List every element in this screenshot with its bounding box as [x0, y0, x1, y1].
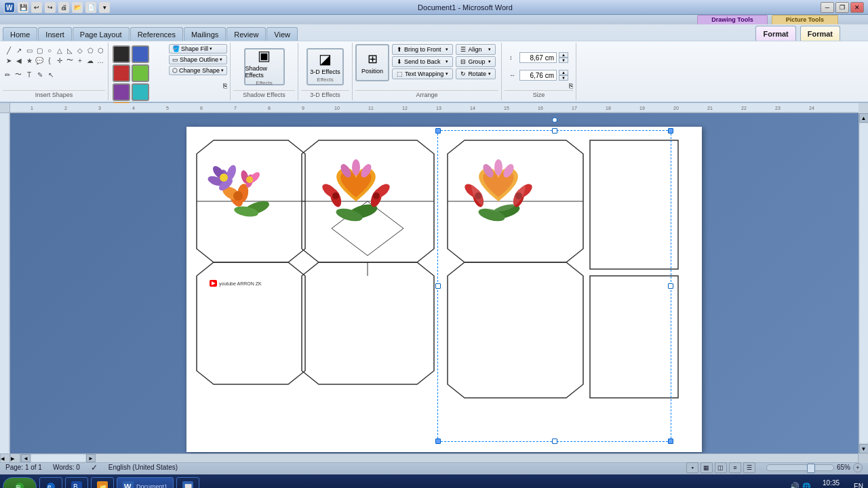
shape-brace[interactable]: { — [45, 56, 54, 65]
svg-rect-28 — [0, 113, 10, 452]
shape-edit[interactable]: ✎ — [35, 70, 45, 79]
v-scrollbar[interactable]: ▲ ▼ — [859, 113, 868, 453]
taskbar-ie[interactable]: e — [39, 477, 62, 488]
width-down[interactable]: ▼ — [559, 75, 568, 81]
shape-callout[interactable]: 💬 — [35, 56, 44, 65]
scroll-up[interactable]: ▲ — [859, 113, 869, 123]
tab-drawing-format[interactable]: Format — [755, 26, 795, 41]
shape-rounded-rect[interactable]: ▢ — [35, 45, 44, 55]
zoom-slider[interactable] — [766, 464, 834, 471]
shape-more[interactable]: … — [96, 56, 105, 65]
shape-line[interactable]: ╱ — [4, 45, 14, 55]
shape-cloud[interactable]: ☁ — [85, 56, 95, 65]
shape-scribble[interactable]: 〜 — [14, 70, 23, 79]
text-wrapping-btn[interactable]: ⬚ Text Wrapping ▾ — [392, 68, 453, 79]
tab-mailings[interactable]: Mailings — [184, 27, 226, 41]
height-input[interactable]: 8,67 cm — [519, 52, 557, 63]
view-full-reading[interactable]: ▦ — [701, 462, 713, 473]
tab-review[interactable]: Review — [226, 27, 266, 41]
shape-fill-btn[interactable]: 🪣 Shape Fill ▾ — [169, 44, 227, 54]
shape-diamond[interactable]: ◇ — [75, 45, 85, 55]
page-nav-left[interactable]: ◂ — [0, 453, 10, 463]
tab-view[interactable]: View — [267, 27, 298, 41]
minimize-button[interactable]: ─ — [821, 2, 834, 13]
svg-text:20: 20 — [673, 106, 679, 110]
shape-styles-expand[interactable]: ⎘ — [223, 82, 227, 89]
taskbar-explorer[interactable]: 📁 — [91, 477, 114, 488]
tab-home[interactable]: Home — [3, 27, 37, 41]
new-quick[interactable]: 📄 — [85, 2, 96, 13]
change-shape-btn[interactable]: ⬡ Change Shape ▾ — [169, 66, 227, 75]
align-btn[interactable]: ☰ Align ▾ — [456, 44, 496, 55]
width-up[interactable]: ▲ — [559, 70, 568, 75]
rotate-handle[interactable] — [552, 117, 557, 123]
shape-oval[interactable]: ○ — [45, 45, 54, 55]
page-nav-right[interactable]: ▸ — [10, 453, 20, 463]
restore-button[interactable]: ❐ — [835, 2, 849, 13]
swatch-black[interactable] — [113, 45, 130, 63]
customize-quick[interactable]: ▾ — [99, 2, 110, 13]
scroll-down[interactable]: ▼ — [859, 444, 869, 453]
scroll-left[interactable]: ◄ — [21, 454, 31, 462]
view-web[interactable]: ◫ — [715, 462, 727, 473]
svg-point-59 — [246, 176, 253, 183]
shape-arrow-r[interactable]: ➤ — [4, 56, 14, 65]
tab-page-layout[interactable]: Page Layout — [73, 27, 130, 41]
print-quick[interactable]: 🖨 — [58, 2, 69, 13]
view-print[interactable]: ▪ — [686, 462, 698, 473]
shape-plus[interactable]: + — [75, 56, 85, 65]
threed-effects-btn[interactable]: ◪ 3-D Effects Effects — [307, 48, 344, 85]
shape-triangle[interactable]: △ — [55, 45, 64, 55]
start-button[interactable]: ⊞ — [3, 477, 37, 488]
position-btn[interactable]: ⊞ Position — [355, 44, 389, 81]
zoom-thumb[interactable] — [807, 464, 815, 473]
view-outline[interactable]: ≡ — [729, 462, 741, 473]
swatch-blue[interactable] — [132, 45, 149, 63]
send-to-back-btn[interactable]: ⬇ Send to Back ▾ — [392, 56, 453, 67]
tab-insert[interactable]: Insert — [38, 27, 72, 41]
height-up[interactable]: ▲ — [559, 52, 568, 58]
close-button[interactable]: ✕ — [850, 2, 864, 13]
view-draft[interactable]: ☰ — [743, 462, 755, 473]
shape-rect[interactable]: ▭ — [24, 45, 34, 55]
bring-to-front-btn[interactable]: ⬆ Bring to Front ▾ — [392, 44, 453, 55]
shape-star[interactable]: ★ — [24, 56, 34, 65]
height-down[interactable]: ▼ — [559, 58, 568, 63]
swatch-green[interactable] — [132, 64, 149, 82]
swatch-red[interactable] — [113, 64, 130, 82]
shape-freeform[interactable]: ✏ — [3, 70, 12, 79]
swatch-teal[interactable] — [132, 83, 149, 101]
tab-references[interactable]: References — [130, 27, 183, 41]
shape-wave[interactable]: 〜 — [65, 56, 75, 65]
width-input[interactable]: 6,76 cm — [519, 70, 557, 81]
redo-quick[interactable]: ↪ — [45, 2, 56, 13]
group-btn[interactable]: ⊟ Group ▾ — [456, 56, 496, 67]
taskbar-extra[interactable]: ⬜ — [176, 477, 199, 488]
shape-arrow[interactable]: ↗ — [14, 45, 24, 55]
undo-quick[interactable]: ↩ — [31, 2, 42, 13]
shadow-effects-btn[interactable]: ▣ Shadow Effects Effects — [244, 48, 285, 85]
save-quick[interactable]: 💾 — [18, 2, 28, 13]
scroll-right[interactable]: ► — [86, 454, 96, 462]
taskbar-word[interactable]: W Document1 — [117, 477, 174, 488]
tab-picture-format[interactable]: Format — [800, 26, 840, 41]
size-field-height: ↕ 8,67 cm ▲ ▼ — [509, 52, 568, 63]
scroll-thumb-v[interactable] — [860, 123, 868, 443]
shape-hex[interactable]: ⬡ — [96, 45, 105, 55]
canvas-area[interactable]: ▶ youtube ARRON ZK — [10, 113, 859, 453]
size-expand[interactable]: ⎘ — [569, 82, 573, 89]
scroll-thumb-h[interactable] — [31, 455, 85, 462]
shape-outline-btn[interactable]: ▭ Shape Outline ▾ — [169, 55, 227, 64]
shape-select[interactable]: ↖ — [46, 70, 56, 79]
zoom-in[interactable]: + — [853, 463, 863, 472]
svg-text:⊞: ⊞ — [16, 484, 21, 488]
taskbar-bluetooth[interactable]: B — [65, 477, 88, 488]
shape-rt-triangle[interactable]: ◺ — [65, 45, 75, 55]
open-quick[interactable]: 📂 — [72, 2, 83, 13]
rotate-btn[interactable]: ↻ Rotate ▾ — [456, 68, 496, 79]
shape-pentagon[interactable]: ⬠ — [85, 45, 95, 55]
shape-textbox[interactable]: T — [24, 70, 34, 79]
swatch-purple[interactable] — [113, 83, 130, 101]
shape-arrow-l[interactable]: ◀ — [14, 56, 24, 65]
shape-cross[interactable]: ✛ — [55, 56, 64, 65]
